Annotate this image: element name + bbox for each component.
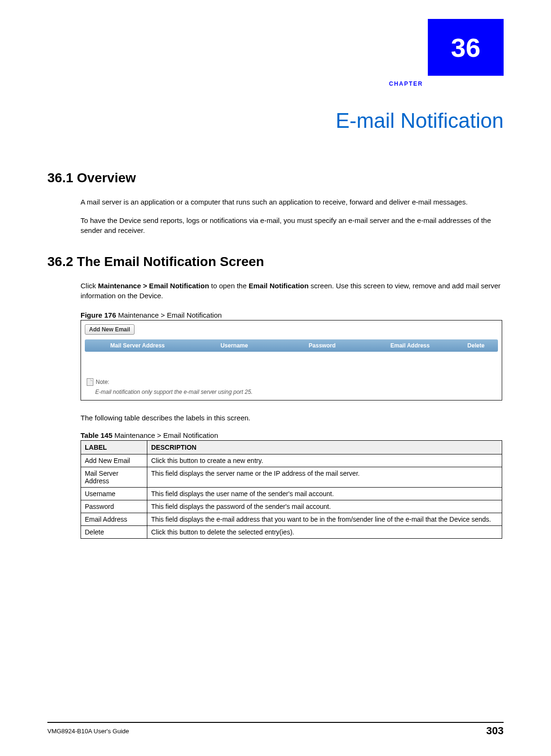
section-screen-heading: 36.2 The Email Notification Screen xyxy=(47,254,504,269)
cell-desc: This field displays the password of the … xyxy=(147,500,502,513)
page-footer: VMG8924-B10A User's Guide 303 xyxy=(47,722,504,737)
screen-intro: Click Maintenance > Email Notification t… xyxy=(81,281,504,301)
col-email-address: Email Address xyxy=(366,342,454,349)
th-description: DESCRIPTION xyxy=(147,441,502,454)
cell-label: Add New Email xyxy=(81,454,147,467)
screenshot-table-header: Mail Server Address Username Password Em… xyxy=(85,339,498,352)
cell-desc: Click this button to delete the selected… xyxy=(147,526,502,539)
table-row: Email Address This field displays the e-… xyxy=(81,513,502,526)
table-intro-text: The following table describes the labels… xyxy=(81,414,504,422)
overview-paragraph-2: To have the Device send reports, logs or… xyxy=(81,215,504,235)
cell-label: Mail Server Address xyxy=(81,467,147,488)
cell-label: Email Address xyxy=(81,513,147,526)
figure-caption: Figure 176 Maintenance > Email Notificat… xyxy=(81,311,504,319)
footer-page-number: 303 xyxy=(486,725,504,737)
cell-label: Delete xyxy=(81,526,147,539)
table-label: Table 145 xyxy=(81,431,112,439)
col-mail-server-address: Mail Server Address xyxy=(85,342,190,349)
add-new-email-button[interactable]: Add New Email xyxy=(85,324,135,335)
cell-desc: Click this button to create a new entry. xyxy=(147,454,502,467)
table-header-row: LABEL DESCRIPTION xyxy=(81,441,502,454)
screen-name-bold: Email Notification xyxy=(249,282,309,290)
table-row: Password This field displays the passwor… xyxy=(81,500,502,513)
figure-label: Figure 176 xyxy=(81,311,116,319)
table-row: Delete Click this button to delete the s… xyxy=(81,526,502,539)
table-caption-text: Maintenance > Email Notification xyxy=(112,431,218,439)
note-icon xyxy=(87,378,93,386)
section-overview-heading: 36.1 Overview xyxy=(47,170,504,186)
email-notification-screenshot: Add New Email Mail Server Address Userna… xyxy=(81,320,502,400)
text: to open the xyxy=(209,282,248,290)
table-row: Mail Server Address This field displays … xyxy=(81,467,502,488)
th-label: LABEL xyxy=(81,441,147,454)
table-row: Add New Email Click this button to creat… xyxy=(81,454,502,467)
description-table: LABEL DESCRIPTION Add New Email Click th… xyxy=(81,440,502,539)
screenshot-note-text: E-mail notification only support the e-m… xyxy=(95,389,253,395)
cell-desc: This field displays the e-mail address t… xyxy=(147,513,502,526)
chapter-label: CHAPTER xyxy=(389,80,423,87)
col-password: Password xyxy=(278,342,366,349)
col-delete: Delete xyxy=(454,342,498,349)
overview-paragraph-1: A mail server is an application or a com… xyxy=(81,197,504,207)
note-label-text: Note: xyxy=(96,379,109,385)
col-username: Username xyxy=(190,342,279,349)
table-row: Username This field displays the user na… xyxy=(81,488,502,500)
text: Click xyxy=(81,282,98,290)
table-caption: Table 145 Maintenance > Email Notificati… xyxy=(81,431,504,439)
cell-desc: This field displays the server name or t… xyxy=(147,467,502,488)
screenshot-note-label: Note: xyxy=(87,378,109,386)
chapter-title: E-mail Notification xyxy=(335,109,504,133)
figure-caption-text: Maintenance > Email Notification xyxy=(116,311,222,319)
breadcrumb-bold: Maintenance > Email Notification xyxy=(98,282,209,290)
footer-guide-name: VMG8924-B10A User's Guide xyxy=(47,728,129,735)
cell-label: Username xyxy=(81,488,147,500)
chapter-number-tab: 36 xyxy=(428,19,504,76)
cell-desc: This field displays the user name of the… xyxy=(147,488,502,500)
cell-label: Password xyxy=(81,500,147,513)
